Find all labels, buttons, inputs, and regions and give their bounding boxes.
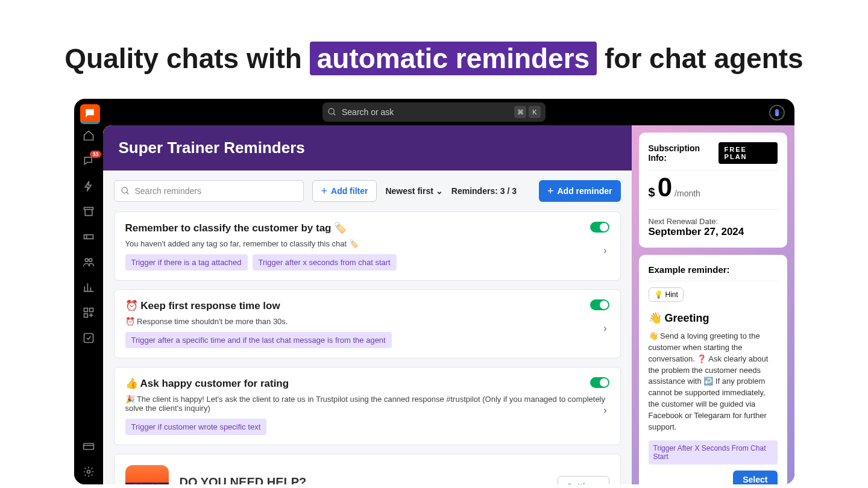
example-panel: Example reminder: 💡 Hint 👋 Greeting 👋 Se… [639,255,787,484]
search-reminders[interactable]: Search reminders [114,180,304,202]
hero-pre: Quality chats with [64,43,309,74]
reminder-desc: 🎉 The client is happy! Let's ask the cli… [125,395,609,413]
svg-rect-9 [83,443,93,449]
reminder-toggle[interactable] [590,377,609,388]
trigger-tag: Trigger after a specific time and if the… [125,332,392,348]
hint-pill: 💡 Hint [649,287,684,302]
svg-rect-6 [89,308,93,312]
svg-point-12 [122,187,127,193]
archive-icon [83,205,95,217]
app-window: Search or ask ⌘ K 33 [74,99,794,484]
chevron-right-icon: › [603,405,606,416]
plus-icon: + [547,185,554,198]
nav-bolt[interactable] [82,180,95,193]
owl-avatar [125,465,169,484]
example-trigger-tag: Trigger After X Seconds From Chat Start [649,440,778,465]
add-reminder-button[interactable]: + Add reminder [539,180,621,202]
svg-point-0 [329,108,334,114]
settings-button[interactable]: Settings [558,476,609,484]
plan-badge: FREE PLAN [719,142,778,164]
svg-point-3 [85,258,88,261]
trigger-tag: Trigger after x seconds from chat start [253,254,397,271]
subscription-panel: Subscription Info: FREE PLAN $ 0 /month … [639,133,787,248]
reminder-card[interactable]: Remember to classify the customer by tag… [114,211,621,281]
nav-check[interactable] [82,331,95,345]
chevron-right-icon: › [603,245,606,256]
reminder-card[interactable]: ⏰ Keep first response time low ⏰ Respons… [114,289,621,358]
nav-people[interactable] [82,255,95,269]
home-icon [83,130,95,142]
help-title: DO YOU NEED HELP? [180,475,307,484]
trigger-tag: Trigger if customer wrote specific text [125,419,267,435]
svg-line-1 [333,113,335,115]
search-icon [121,186,130,196]
example-label: Example reminder: [649,264,778,275]
add-filter-button[interactable]: + Add filter [312,180,377,202]
chat-bubble-icon [84,107,96,119]
topbar: Search or ask ⌘ K [74,99,794,125]
price-amount: 0 [658,174,672,201]
reminder-card[interactable]: 👍 Ask happy customer for rating 🎉 The cl… [114,367,621,445]
search-icon [327,107,337,117]
apps-icon [83,307,95,319]
gear-icon [83,466,95,478]
price-currency: $ [649,186,655,199]
card-icon [83,440,95,452]
svg-rect-5 [84,308,87,312]
svg-rect-7 [84,314,87,318]
select-button[interactable]: Select [733,471,777,484]
chevron-down-icon: ⌄ [436,186,443,196]
hero-post: for chat agents [597,43,804,74]
search-reminders-placeholder: Search reminders [135,186,202,196]
people-icon [83,256,95,268]
ticket-icon [83,231,95,243]
price-period: /month [675,189,700,198]
reminder-desc: ⏰ Response time shouldn't be more than 3… [125,317,609,326]
chat-count-badge: 33 [90,151,101,158]
app-logo[interactable] [80,104,100,124]
bulb-icon: 💡 [654,290,663,299]
chart-icon [83,281,95,293]
nav-archive[interactable] [82,205,95,218]
subscription-label: Subscription Info: [649,143,719,163]
notification-indicator[interactable] [769,105,785,120]
sort-dropdown[interactable]: Newest first ⌄ [385,186,442,196]
help-card: DO YOU NEED HELP? Contact our Helpdesk S… [114,454,621,484]
svg-point-4 [89,258,92,261]
reminder-toggle[interactable] [590,299,609,310]
page-title: Super Trainer Reminders [103,125,632,170]
sidebar: 33 [74,125,103,484]
kbd-k: K [529,106,541,118]
reminder-title: 👍 Ask happy customer for rating [125,377,609,390]
nav-ticket[interactable] [82,230,95,243]
hero-banner: Quality chats with automatic reminders f… [0,0,868,99]
renewal-label: Next Renewal Date: [649,217,778,226]
reminder-title: Remember to classify the customer by tag… [125,222,609,234]
nav-home[interactable] [82,129,95,142]
reminder-toggle[interactable] [590,222,609,233]
plus-icon: + [321,185,328,198]
kbd-cmd: ⌘ [514,106,526,118]
example-body: 👋 Send a loving greeting to the customer… [649,331,778,433]
example-greeting-title: 👋 Greeting [649,311,778,325]
reminder-title: ⏰ Keep first response time low [125,299,609,312]
svg-line-13 [127,192,128,194]
bolt-icon [83,180,95,192]
nav-apps[interactable] [82,306,95,319]
reminders-count: Reminders: 3 / 3 [451,186,517,196]
nav-analytics[interactable] [82,281,95,294]
check-icon [83,332,95,344]
reminder-desc: You haven't added any tag so far, rememb… [125,239,609,248]
global-search[interactable]: Search or ask ⌘ K [322,102,546,122]
chevron-right-icon: › [603,323,606,334]
trigger-tag: Trigger if there is a tag attached [125,254,248,271]
hero-highlight: automatic reminders [310,42,597,75]
nav-chats[interactable]: 33 [82,154,95,167]
svg-rect-8 [84,334,93,343]
svg-point-11 [87,471,90,474]
search-placeholder: Search or ask [342,107,509,117]
renewal-date: September 27, 2024 [649,226,778,238]
nav-billing[interactable] [82,440,95,453]
toolbar: Search reminders + Add filter Newest fir… [103,170,632,211]
nav-settings[interactable] [82,465,95,478]
